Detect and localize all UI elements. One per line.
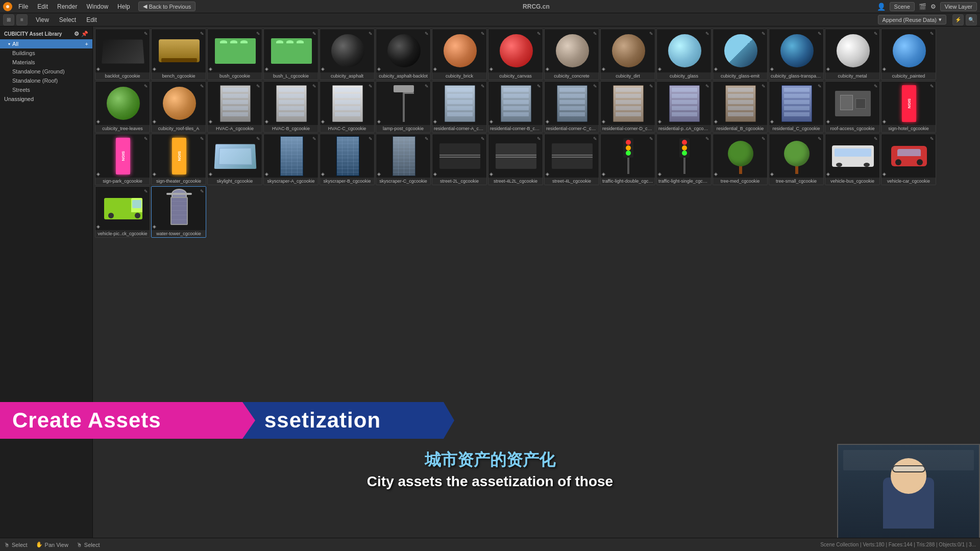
asset-edit-icon[interactable]: ✎ [199,188,206,195]
asset-item[interactable]: ◈ ✎ cubicity_glass [656,29,712,80]
asset-item[interactable]: ◈ ✎ vehicle-car_cgcookie [881,134,936,185]
asset-item[interactable]: ◈ ✎ street-4L2L_cgcookie [488,134,543,185]
asset-edit-icon[interactable]: ✎ [142,30,150,37]
asset-edit-icon[interactable]: ✎ [704,135,711,142]
asset-edit-icon[interactable]: ✎ [199,30,206,37]
menu-file[interactable]: File [16,2,30,11]
sidebar-item-all[interactable]: ▾ All + [0,39,92,48]
asset-edit-icon[interactable]: ✎ [311,135,318,142]
tab-select[interactable]: Select [55,15,80,24]
search-icon[interactable]: 🔍 [966,14,977,26]
asset-item[interactable]: ◈ ✎ traffic-light-double_cgco... [600,134,655,185]
sidebar-pin-icon[interactable]: 📌 [81,31,88,37]
back-button[interactable]: ◀ Back to Previous [138,2,196,11]
menu-edit[interactable]: Edit [35,2,50,11]
asset-edit-icon[interactable]: ✎ [648,30,655,37]
asset-item[interactable]: ◈ ✎ cubicity_dirt [600,29,655,80]
sidebar-item-buildings[interactable]: Buildings [0,48,92,58]
menu-render[interactable]: Render [55,2,79,11]
sidebar-item-streets[interactable]: Streets [0,85,92,94]
asset-item[interactable]: ◈ ✎ water-tower_cgcookie [151,186,206,238]
asset-item[interactable]: ◈ ✎ residential-corner-A_cgco... [432,81,487,133]
asset-edit-icon[interactable]: ✎ [928,83,936,90]
asset-edit-icon[interactable]: ✎ [479,135,486,142]
asset-item[interactable]: ◈ ✎ cubicity_asphalt-backlot [376,29,431,80]
asset-edit-icon[interactable]: ✎ [142,135,150,142]
asset-item[interactable]: ◈ ✎ vehicle-pic..ck_cgcookie [95,186,150,238]
asset-item[interactable]: ◈ ✎ bench_cgcookie [151,29,206,80]
asset-item[interactable]: ◈ ✎ cubicity_asphalt [320,29,375,80]
asset-item[interactable]: ◈ ✎ HVAC-A_cgcookie [207,81,262,133]
asset-edit-icon[interactable]: ✎ [367,30,374,37]
asset-item[interactable]: ◈ ✎ skyscraper-A_cgcookie [263,134,318,185]
asset-item[interactable]: SIGN ◈ ✎ sign-theater_cgcookie [151,134,206,185]
asset-edit-icon[interactable]: ✎ [423,135,430,142]
asset-item[interactable]: ◈ ✎ skyscraper-B_cgcookie [320,134,375,185]
asset-item[interactable]: ◈ ✎ cubicity_glass-emit [713,29,768,80]
asset-item[interactable]: ◈ ✎ skyscraper-C_cgcookie [376,134,431,185]
asset-edit-icon[interactable]: ✎ [928,30,936,37]
asset-item[interactable]: SIGN ◈ ✎ sign-hotel_cgcookie [881,81,936,133]
asset-item[interactable]: ◈ ✎ cubicity_canvas [488,29,543,80]
asset-edit-icon[interactable]: ✎ [142,83,150,90]
asset-item[interactable]: ◈ ✎ lamp-post_cgcookie [376,81,431,133]
asset-item[interactable]: ◈ ✎ bush_L_cgcookie [263,29,318,80]
tab-view[interactable]: View [32,15,53,24]
asset-item[interactable]: ◈ ✎ HVAC-B_cgcookie [263,81,318,133]
asset-edit-icon[interactable]: ✎ [592,135,599,142]
asset-edit-icon[interactable]: ✎ [535,83,543,90]
asset-edit-icon[interactable]: ✎ [367,83,374,90]
asset-edit-icon[interactable]: ✎ [816,135,823,142]
sidebar-item-standalone-roof[interactable]: Standalone (Roof) [0,76,92,85]
append-button[interactable]: Append (Reuse Data) ▾ [878,15,946,24]
asset-edit-icon[interactable]: ✎ [255,135,262,142]
grid-view-icon[interactable]: ⊞ [3,14,14,26]
sidebar-item-standalone-ground[interactable]: Standalone (Ground) [0,67,92,76]
scene-selector[interactable]: Scene [890,2,915,11]
asset-item[interactable]: ◈ ✎ skylight_cgcookie [207,134,262,185]
asset-edit-icon[interactable]: ✎ [311,83,318,90]
asset-edit-icon[interactable]: ✎ [423,83,430,90]
menu-window[interactable]: Window [84,2,110,11]
asset-edit-icon[interactable]: ✎ [760,135,767,142]
asset-item[interactable]: ◈ ✎ residential-corner-B_cgco... [488,81,543,133]
asset-edit-icon[interactable]: ✎ [760,30,767,37]
asset-edit-icon[interactable]: ✎ [255,83,262,90]
asset-edit-icon[interactable]: ✎ [423,30,430,37]
asset-item[interactable]: ◈ ✎ cubicity_concrete [544,29,599,80]
asset-item[interactable]: ◈ ✎ cubicity_glass-transparent [769,29,824,80]
asset-item[interactable]: ◈ ✎ street-4L_cgcookie [544,134,599,185]
asset-edit-icon[interactable]: ✎ [255,30,262,37]
asset-item[interactable]: ◈ ✎ cubicity_metal [825,29,880,80]
asset-edit-icon[interactable]: ✎ [311,30,318,37]
asset-item[interactable]: ◈ ✎ cubicity_painted [881,29,936,80]
sidebar-settings-icon[interactable]: ⚙ [74,31,79,37]
asset-edit-icon[interactable]: ✎ [704,83,711,90]
list-view-icon[interactable]: ≡ [16,14,28,26]
asset-item[interactable]: ◈ ✎ HVAC-C_cgcookie [320,81,375,133]
asset-item[interactable]: ◈ ✎ residential_B_cgcookie [713,81,768,133]
asset-item[interactable]: ◈ ✎ traffic-light-single_cgcoo... [656,134,712,185]
asset-item[interactable]: ◈ ✎ cubicity_roof-tiles_A [151,81,206,133]
asset-edit-icon[interactable]: ✎ [535,135,543,142]
asset-item[interactable]: ◈ ✎ roof-access_cgcookie [825,81,880,133]
asset-item[interactable]: SIGN ◈ ✎ sign-park_cgcookie [95,134,150,185]
asset-item[interactable]: ◈ ✎ residential-corner-C_cgco... [544,81,599,133]
asset-edit-icon[interactable]: ✎ [479,83,486,90]
asset-edit-icon[interactable]: ✎ [535,30,543,37]
asset-edit-icon[interactable]: ✎ [592,83,599,90]
asset-item[interactable]: ◈ ✎ residential_C_cgcookie [769,81,824,133]
asset-edit-icon[interactable]: ✎ [928,135,936,142]
asset-edit-icon[interactable]: ✎ [479,30,486,37]
asset-edit-icon[interactable]: ✎ [142,188,150,195]
add-icon[interactable]: + [85,41,88,47]
asset-item[interactable]: ◈ ✎ cubicity_brick [432,29,487,80]
asset-item[interactable]: ◈ ✎ vehicle-bus_cgcookie [825,134,880,185]
menu-help[interactable]: Help [115,2,132,11]
sidebar-item-unassigned[interactable]: Unassigned [0,94,92,104]
asset-edit-icon[interactable]: ✎ [648,83,655,90]
asset-edit-icon[interactable]: ✎ [704,30,711,37]
asset-item[interactable]: ◈ ✎ backlot_cgcookie [95,29,150,80]
asset-edit-icon[interactable]: ✎ [648,135,655,142]
asset-item[interactable]: ◈ ✎ tree-med_cgcookie [713,134,768,185]
